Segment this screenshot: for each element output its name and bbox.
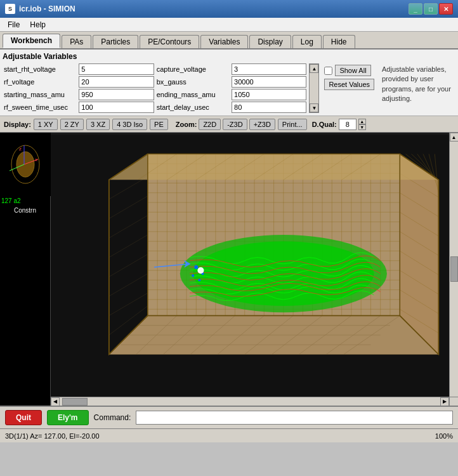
- variables-area: start_rht_voltage capture_voltage rf_vol…: [3, 63, 455, 113]
- title-text: icr.iob - SIMION: [19, 4, 75, 13]
- show-all-row: Show All: [324, 65, 370, 76]
- hscroll-left-arrow[interactable]: ◀: [51, 397, 60, 406]
- viewport-scrollbar-bottom[interactable]: ◀ ▶: [51, 397, 449, 406]
- var-input-6[interactable]: [79, 102, 154, 113]
- var-input-5[interactable]: [232, 89, 306, 100]
- close-button[interactable]: ✕: [439, 3, 453, 15]
- elym-button[interactable]: Ely'm: [47, 410, 89, 425]
- corner-box: [449, 397, 458, 406]
- var-input-2[interactable]: [79, 76, 154, 88]
- var-label-2: rf_voltage: [3, 77, 77, 86]
- var-label-6: rf_sween_time_usec: [3, 103, 77, 112]
- zoom-plus-z3d-button[interactable]: +Z3D: [249, 119, 275, 130]
- svg-point-88: [197, 267, 204, 274]
- var-input-3[interactable]: [232, 76, 306, 88]
- tab-workbench[interactable]: Workbench: [3, 34, 60, 48]
- vscroll-up-arrow[interactable]: ▲: [450, 133, 459, 142]
- var-label-5: ending_mass_amu: [155, 90, 230, 99]
- mini-view: -20y e1 127 a2 x z: [0, 133, 51, 196]
- zoom-z2d-button[interactable]: Z2D: [199, 119, 221, 130]
- command-label: Command:: [94, 413, 131, 422]
- hscroll-right-arrow[interactable]: ▶: [440, 397, 449, 406]
- adj-panel-title: Adjustable Variables: [3, 52, 455, 61]
- dqual-input[interactable]: [339, 119, 357, 130]
- left-panel: -20y e1 127 a2 x z 127 a2 Constrn: [0, 133, 51, 406]
- svg-point-84: [194, 265, 198, 269]
- dqual-section: D.Qual: ▲ ▼: [312, 119, 366, 130]
- show-all-checkbox[interactable]: [324, 67, 332, 75]
- view-3xz-button[interactable]: 3 XZ: [86, 119, 110, 130]
- tab-pe-contours[interactable]: PE/Contours: [140, 35, 199, 48]
- maximize-button[interactable]: □: [424, 3, 438, 15]
- var-scrollbar[interactable]: ▲ ▼: [309, 63, 319, 113]
- adj-note: Adjustable variables, provided by user p…: [379, 63, 455, 113]
- var-table: start_rht_voltage capture_voltage rf_vol…: [3, 63, 306, 113]
- dqual-down-button[interactable]: ▼: [358, 124, 366, 130]
- vscroll-thumb[interactable]: [450, 256, 458, 282]
- menu-file[interactable]: File: [3, 19, 25, 30]
- menu-bar: File Help: [0, 18, 458, 32]
- svg-point-83: [193, 241, 374, 306]
- svg-text:z: z: [19, 146, 22, 152]
- hscroll-thumb[interactable]: [62, 398, 88, 406]
- tab-pas[interactable]: PAs: [62, 35, 91, 48]
- title-bar: S icr.iob - SIMION _ □ ✕: [0, 0, 458, 18]
- svg-point-86: [198, 279, 200, 281]
- constrn-label: Constrn: [0, 206, 50, 215]
- scrollbar-up-arrow[interactable]: ▲: [310, 64, 318, 73]
- var-input-0[interactable]: [79, 63, 154, 75]
- title-controls: _ □ ✕: [409, 3, 453, 15]
- dqual-up-button[interactable]: ▲: [358, 119, 366, 124]
- mini-bottom: 127 a2: [0, 196, 50, 206]
- app-icon: S: [5, 4, 15, 14]
- zoom-minus-z3d-button[interactable]: -Z3D: [223, 119, 247, 130]
- viewport-scrollbar-right[interactable]: ▲ ▼: [449, 133, 458, 406]
- view-4-3d-iso-button[interactable]: 4 3D Iso: [112, 119, 147, 130]
- var-input-7[interactable]: [232, 102, 306, 113]
- dqual-label: D.Qual:: [312, 121, 337, 128]
- scene-svg: [51, 133, 458, 406]
- tab-log[interactable]: Log: [292, 35, 322, 48]
- view-2zy-button[interactable]: 2 ZY: [60, 119, 84, 130]
- var-input-4[interactable]: [79, 89, 154, 100]
- var-label-3: bx_gauss: [155, 77, 230, 86]
- print-button[interactable]: Print...: [278, 119, 307, 130]
- dqual-spinner: ▲ ▼: [358, 119, 366, 130]
- var-label-7: start_delay_usec: [155, 103, 230, 112]
- var-label-0: start_rht_voltage: [3, 65, 77, 74]
- var-label-4: starting_mass_amu: [3, 90, 77, 99]
- svg-point-2: [16, 152, 34, 177]
- var-controls: Show All Reset Values: [322, 63, 377, 113]
- minimize-button[interactable]: _: [409, 3, 422, 15]
- var-input-1[interactable]: [232, 63, 306, 75]
- scrollbar-down-arrow[interactable]: ▼: [310, 103, 318, 112]
- quit-button[interactable]: Quit: [5, 410, 42, 425]
- mini-scene-svg: x z: [0, 133, 51, 196]
- viewport[interactable]: ▲ ▼ ◀ ▶: [51, 133, 458, 406]
- display-label: Display:: [4, 121, 31, 128]
- mini-value: 127 a2: [1, 197, 21, 204]
- tab-variables[interactable]: Variables: [200, 35, 248, 48]
- display-bar: Display: 1 XY 2 ZY 3 XZ 4 3D Iso PE Zoom…: [0, 116, 458, 133]
- var-label-1: capture_voltage: [155, 65, 230, 74]
- view-1xy-button[interactable]: 1 XY: [34, 119, 58, 130]
- main-area: -20y e1 127 a2 x z 127 a2 Constrn: [0, 133, 458, 406]
- zoom-label: Zoom:: [176, 121, 197, 128]
- show-all-button[interactable]: Show All: [335, 65, 370, 76]
- adj-panel: Adjustable Variables start_rht_voltage c…: [0, 50, 458, 116]
- status-right: 100%: [435, 432, 453, 440]
- menu-help[interactable]: Help: [25, 19, 51, 30]
- svg-point-87: [192, 274, 194, 277]
- tab-bar: Workbench PAs Particles PE/Contours Vari…: [0, 32, 458, 50]
- bottom-bar: Quit Ely'm Command:: [0, 406, 458, 428]
- zoom-section: Zoom: Z2D -Z3D +Z3D: [176, 119, 275, 130]
- tab-display[interactable]: Display: [249, 35, 291, 48]
- tab-hide[interactable]: Hide: [323, 35, 355, 48]
- status-left: 3D(1/1) Az= 127.00, El=-20.00: [5, 432, 100, 440]
- tab-particles[interactable]: Particles: [93, 35, 138, 48]
- status-bar: 3D(1/1) Az= 127.00, El=-20.00 100%: [0, 428, 458, 442]
- view-pe-button[interactable]: PE: [150, 119, 168, 130]
- reset-values-button[interactable]: Reset Values: [324, 79, 374, 90]
- command-input[interactable]: [136, 411, 453, 425]
